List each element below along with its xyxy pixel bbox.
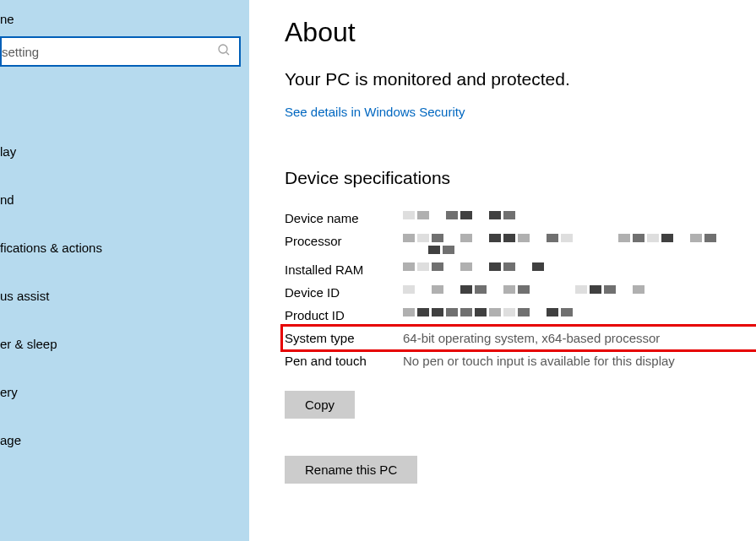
sidebar-header: ne	[0, 8, 249, 36]
about-content: About Your PC is monitored and protected…	[249, 0, 756, 541]
search-icon	[217, 43, 231, 60]
spec-label: Device ID	[285, 285, 403, 300]
copy-button[interactable]: Copy	[285, 391, 355, 419]
page-title: About	[285, 17, 756, 48]
spec-installed-ram: Installed RAM	[285, 258, 756, 281]
sidebar-item-battery[interactable]: ery	[0, 383, 249, 401]
spec-value-redacted	[403, 234, 756, 254]
protection-status: Your PC is monitored and protected.	[285, 69, 756, 89]
spec-value: 64-bit operating system, x64-based proce…	[403, 331, 756, 345]
search-input[interactable]	[2, 45, 217, 59]
spec-value-redacted	[403, 308, 756, 316]
spec-device-id: Device ID	[285, 281, 756, 304]
spec-label: Processor	[285, 234, 403, 248]
spec-label: Pen and touch	[285, 354, 403, 368]
spec-device-name: Device name	[285, 207, 756, 230]
system-type-highlight: System type 64-bit operating system, x64…	[280, 324, 756, 352]
sidebar-item-focus-assist[interactable]: us assist	[0, 287, 249, 305]
sidebar-item-sound[interactable]: nd	[0, 191, 249, 208]
spec-system-type: System type 64-bit operating system, x64…	[285, 327, 756, 349]
spec-value: No pen or touch input is available for t…	[403, 354, 756, 368]
windows-security-link[interactable]: See details in Windows Security	[285, 105, 465, 119]
spec-pen-touch: Pen and touch No pen or touch input is a…	[285, 349, 756, 372]
device-specs-title: Device specifications	[285, 168, 756, 188]
spec-processor: Processor	[285, 230, 756, 258]
spec-value-redacted	[403, 262, 756, 271]
svg-line-1	[226, 52, 229, 55]
sidebar-item-storage[interactable]: age	[0, 431, 249, 449]
spec-label: Installed RAM	[285, 262, 403, 277]
spec-label: System type	[285, 331, 403, 345]
sidebar-item-notifications[interactable]: fications & actions	[0, 239, 249, 257]
svg-point-0	[219, 45, 227, 53]
spec-product-id: Product ID	[285, 304, 756, 327]
spec-label: Product ID	[285, 308, 403, 322]
sidebar-item-power-sleep[interactable]: er & sleep	[0, 335, 249, 353]
rename-pc-button[interactable]: Rename this PC	[285, 456, 417, 484]
spec-value-redacted	[403, 211, 756, 219]
spec-value-redacted	[403, 285, 756, 294]
settings-sidebar: ne lay nd fications & actions us assist …	[0, 0, 249, 541]
sidebar-item-display[interactable]: lay	[0, 143, 249, 160]
spec-label: Device name	[285, 211, 403, 225]
search-box[interactable]	[0, 36, 241, 67]
